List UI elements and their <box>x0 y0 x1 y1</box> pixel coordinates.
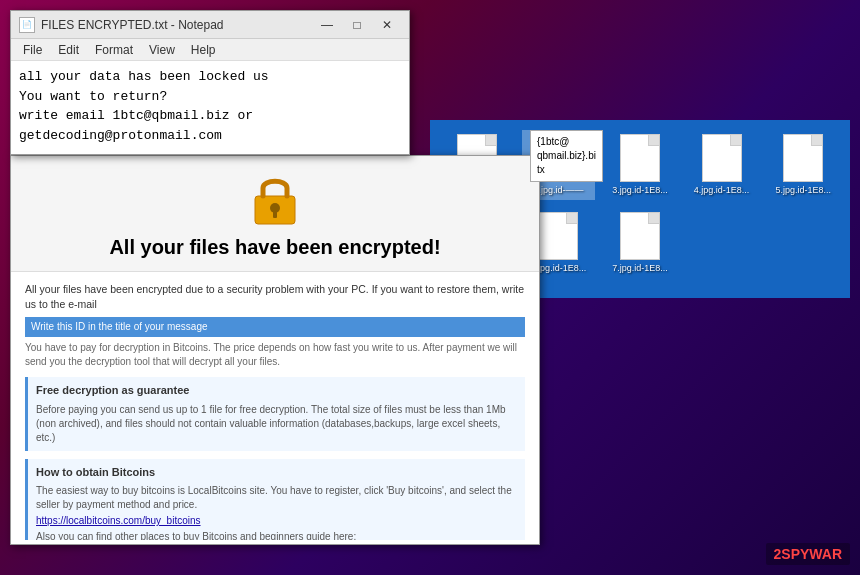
watermark-spy: SPY <box>781 546 809 562</box>
file-img-7 <box>620 212 660 260</box>
file-label-7: 7.jpg.id-1E8... <box>612 263 668 274</box>
titlebar-buttons: — □ ✕ <box>313 14 401 36</box>
notepad-title: FILES ENCRYPTED.txt - Notepad <box>41 18 224 32</box>
ransom-section-guarantee: Free decryption as guarantee Before payi… <box>25 377 525 450</box>
guarantee-text: Before paying you can send us up to 1 fi… <box>36 403 517 445</box>
notepad-icon: 📄 <box>19 17 35 33</box>
minimize-button[interactable]: — <box>313 14 341 36</box>
content-line-3: write email 1btc@qbmail.biz or getdecodi… <box>19 106 401 145</box>
ransom-intro: All your files have been encrypted due t… <box>25 282 525 311</box>
file-label-2: 2.jpg.id-—— <box>533 185 583 196</box>
bitcoin-title: How to obtain Bitcoins <box>36 465 517 480</box>
notepad-menubar: File Edit Format View Help <box>11 39 409 61</box>
file-img-4 <box>702 134 742 182</box>
notepad-titlebar: 📄 FILES ENCRYPTED.txt - Notepad — □ ✕ <box>11 11 409 39</box>
file-icon-7[interactable]: 7.jpg.id-1E8... <box>603 208 677 289</box>
maximize-button[interactable]: □ <box>343 14 371 36</box>
menu-help[interactable]: Help <box>183 41 224 59</box>
menu-format[interactable]: Format <box>87 41 141 59</box>
localbitcoins-link[interactable]: https://localbitcoins.com/buy_bitcoins <box>36 514 517 528</box>
menu-view[interactable]: View <box>141 41 183 59</box>
file-img-2 <box>538 134 578 182</box>
file-label-3: 3.jpg.id-1E8... <box>612 185 668 196</box>
file-img-3 <box>620 134 660 182</box>
watermark-suffix: WAR <box>809 546 842 562</box>
desktop: 📄 FILES ENCRYPTED.txt - Notepad — □ ✕ Fi… <box>0 0 860 575</box>
file-label-5: 5.jpg.id-1E8... <box>775 185 831 196</box>
coindesk-text-intro: Also you can find other places to buy Bi… <box>36 530 517 540</box>
content-line-2: You want to return? <box>19 87 401 107</box>
titlebar-left: 📄 FILES ENCRYPTED.txt - Notepad <box>19 17 224 33</box>
guarantee-title: Free decryption as guarantee <box>36 383 517 398</box>
lock-icon <box>245 168 305 228</box>
notepad-content[interactable]: all your data has been locked us You wan… <box>11 61 409 154</box>
ransom-window: All your files have been encrypted! All … <box>10 155 540 545</box>
ransom-email-bar: Write this ID in the title of your messa… <box>25 317 525 337</box>
bitcoin-text: The easiest way to buy bitcoins is Local… <box>36 484 517 512</box>
ransom-body[interactable]: All your files have been encrypted due t… <box>11 272 539 540</box>
watermark-text: 2SPYWAR <box>774 546 842 562</box>
menu-file[interactable]: File <box>15 41 50 59</box>
file-icon-5[interactable]: 5.jpg.id-1E8... <box>766 130 840 200</box>
notepad-window: 📄 FILES ENCRYPTED.txt - Notepad — □ ✕ Fi… <box>10 10 410 155</box>
ransom-header: All your files have been encrypted! <box>11 156 539 272</box>
ransom-title: All your files have been encrypted! <box>27 236 523 259</box>
menu-edit[interactable]: Edit <box>50 41 87 59</box>
ransom-payment: You have to pay for decryption in Bitcoi… <box>25 341 525 369</box>
file-img-6 <box>538 212 578 260</box>
svg-rect-2 <box>273 210 277 218</box>
content-line-1: all your data has been locked us <box>19 67 401 87</box>
file-label-4: 4.jpg.id-1E8... <box>694 185 750 196</box>
close-button[interactable]: ✕ <box>373 14 401 36</box>
watermark: 2SPYWAR <box>766 543 850 565</box>
file-icon-4[interactable]: 4.jpg.id-1E8... <box>685 130 759 200</box>
file-icon-3[interactable]: 3.jpg.id-1E8... <box>603 130 677 200</box>
ransom-section-bitcoin: How to obtain Bitcoins The easiest way t… <box>25 459 525 540</box>
file-img-5 <box>783 134 823 182</box>
